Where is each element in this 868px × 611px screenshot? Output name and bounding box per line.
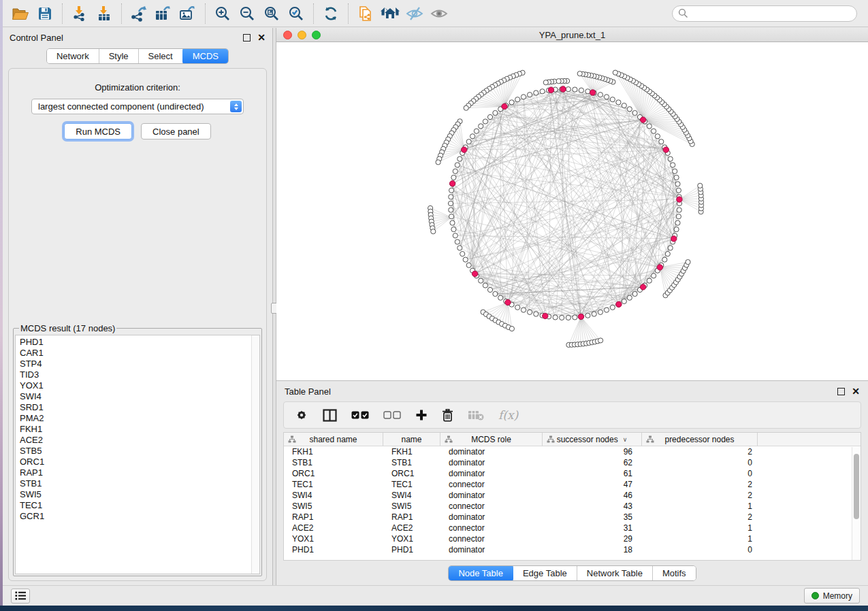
- column-header-shared-name[interactable]: shared name: [284, 433, 383, 446]
- table-cell: TEC1: [383, 480, 440, 489]
- first-neighbors-button[interactable]: [378, 3, 402, 24]
- table-row[interactable]: ACE2ACE2connector311: [284, 523, 861, 533]
- tab-mcds[interactable]: MCDS: [182, 48, 229, 64]
- table-row[interactable]: FKH1FKH1dominator962: [284, 446, 861, 457]
- mcds-result-item[interactable]: TID3: [20, 369, 259, 380]
- mcds-result-item[interactable]: PMA2: [20, 413, 259, 424]
- mcds-result-item[interactable]: GCR1: [20, 511, 259, 522]
- column-header-predecessor-nodes[interactable]: predecessor nodes: [642, 433, 758, 446]
- run-mcds-button[interactable]: Run MCDS: [64, 123, 132, 139]
- tab-select[interactable]: Select: [139, 49, 183, 63]
- select-all-rows-button[interactable]: [351, 411, 369, 419]
- function-builder-button[interactable]: f(x): [498, 408, 518, 422]
- table-cell: 61: [543, 469, 642, 478]
- settings-button[interactable]: [295, 408, 308, 422]
- mcds-result-item[interactable]: SRD1: [20, 402, 259, 413]
- close-icon[interactable]: ✕: [852, 386, 860, 396]
- tab-network-table[interactable]: Network Table: [577, 566, 653, 580]
- table-row[interactable]: STB1STB1dominator620: [284, 457, 861, 468]
- delete-column-button[interactable]: [442, 409, 453, 422]
- copy-network-button[interactable]: [353, 3, 378, 24]
- table-cell: RAP1: [284, 512, 383, 522]
- mcds-result-item[interactable]: FKH1: [20, 424, 259, 435]
- deselect-all-rows-button[interactable]: [383, 411, 401, 419]
- table-row[interactable]: YOX1YOX1connector291: [284, 533, 861, 544]
- close-light[interactable]: [283, 31, 292, 39]
- import-table-button[interactable]: [92, 3, 116, 24]
- table-row[interactable]: ORC1ORC1dominator610: [284, 468, 861, 479]
- export-image-button[interactable]: [176, 3, 200, 24]
- table-panel-title: Table Panel: [285, 386, 331, 397]
- import-network-button[interactable]: [67, 3, 92, 24]
- table-cell: connector: [440, 534, 543, 544]
- float-icon[interactable]: [837, 388, 845, 395]
- mcds-list-scrollbar[interactable]: [251, 335, 259, 574]
- mcds-result-item[interactable]: ACE2: [20, 435, 259, 446]
- criterion-select[interactable]: largest connected component (undirected): [31, 99, 244, 114]
- export-network-button[interactable]: [127, 3, 151, 24]
- minimize-light[interactable]: [298, 31, 306, 39]
- tab-style[interactable]: Style: [99, 49, 139, 63]
- save-session-button[interactable]: [33, 3, 57, 24]
- show-all-button[interactable]: [427, 3, 451, 24]
- tab-network[interactable]: Network: [47, 49, 99, 63]
- table-cell: 2: [642, 447, 758, 457]
- table-cell: YOX1: [284, 534, 383, 544]
- table-row[interactable]: TEC1TEC1connector472: [284, 479, 861, 490]
- tab-motifs[interactable]: Motifs: [653, 566, 696, 580]
- column-header-MCDS-role[interactable]: MCDS role: [440, 433, 543, 446]
- mcds-result-item[interactable]: CAR1: [20, 348, 259, 359]
- mcds-result-item[interactable]: STB1: [20, 478, 259, 489]
- zoom-fit-button[interactable]: [259, 3, 284, 24]
- close-icon[interactable]: ✕: [257, 33, 266, 42]
- float-icon[interactable]: [243, 34, 251, 42]
- cytoscape-window: Control Panel ✕ NetworkStyleSelectMCDS O…: [3, 0, 868, 606]
- mcds-result-item[interactable]: SWI4: [20, 391, 259, 402]
- table-row[interactable]: RAP1RAP1dominator352: [284, 512, 861, 523]
- tab-node-table[interactable]: Node Table: [448, 565, 514, 581]
- export-table-button[interactable]: [151, 3, 176, 24]
- mcds-result-item[interactable]: RAP1: [20, 467, 259, 478]
- zoom-light[interactable]: [312, 31, 321, 39]
- mcds-result-item[interactable]: ORC1: [20, 457, 259, 467]
- network-canvas[interactable]: [276, 42, 868, 380]
- delete-table-button[interactable]: [468, 410, 484, 420]
- table-cell: dominator: [440, 469, 543, 478]
- task-history-button[interactable]: [11, 589, 30, 604]
- mcds-result-item[interactable]: TEC1: [20, 500, 259, 511]
- zoom-in-icon: [214, 5, 231, 22]
- table-panel: Table Panel ✕: [276, 381, 868, 585]
- column-header-successor-nodes[interactable]: successor nodes∨: [543, 433, 642, 446]
- hide-selected-button[interactable]: [402, 3, 427, 24]
- column-layout-button[interactable]: [323, 409, 337, 422]
- control-panel-tabs: NetworkStyleSelectMCDS: [46, 48, 229, 64]
- column-header-name[interactable]: name: [383, 433, 440, 446]
- mcds-result-item[interactable]: STP4: [20, 359, 259, 369]
- refresh-button[interactable]: [319, 3, 343, 24]
- mcds-result-item[interactable]: SWI5: [20, 489, 259, 500]
- table-row[interactable]: PHD1PHD1dominator180: [284, 544, 861, 555]
- tab-edge-table[interactable]: Edge Table: [513, 566, 577, 580]
- table-row[interactable]: SWI4SWI4dominator462: [284, 490, 861, 501]
- mcds-result-item[interactable]: YOX1: [20, 380, 259, 391]
- zoom-in-button[interactable]: [210, 3, 235, 24]
- table-scrollbar-thumb[interactable]: [854, 454, 859, 519]
- search-input[interactable]: [688, 9, 851, 18]
- memory-button[interactable]: Memory: [804, 588, 860, 604]
- add-column-button[interactable]: [415, 409, 428, 421]
- table-cell: dominator: [440, 545, 543, 555]
- mcds-result-item[interactable]: PHD1: [20, 337, 259, 348]
- search-field[interactable]: [672, 5, 857, 22]
- unchecked-boxes-icon: [383, 411, 401, 419]
- table-scrollbar[interactable]: [852, 447, 861, 560]
- main-toolbar: [3, 0, 868, 27]
- table-cell: FKH1: [284, 447, 383, 457]
- table-cell: 0: [642, 545, 758, 555]
- close-panel-button[interactable]: Close panel: [141, 123, 211, 139]
- zoom-out-button[interactable]: [235, 3, 259, 24]
- node-table: shared namenameMCDS rolesuccessor nodes∨…: [283, 432, 861, 561]
- zoom-selected-button[interactable]: [284, 3, 308, 24]
- open-file-button[interactable]: [8, 3, 33, 24]
- mcds-result-item[interactable]: STB5: [20, 446, 259, 457]
- table-row[interactable]: SWI5SWI5connector431: [284, 501, 861, 512]
